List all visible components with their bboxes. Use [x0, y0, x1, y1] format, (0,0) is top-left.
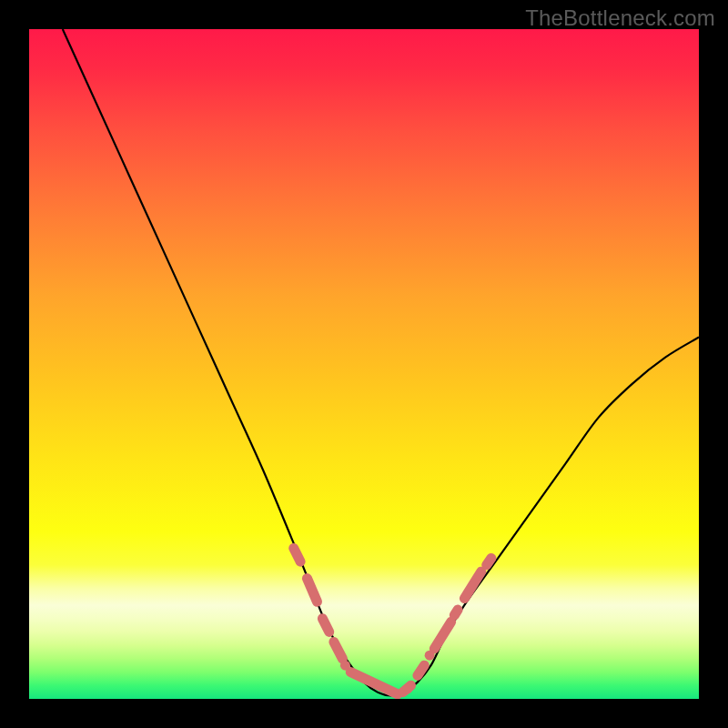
fit-segment	[322, 619, 329, 632]
bottleneck-curve	[63, 29, 699, 695]
fit-segment	[307, 579, 317, 602]
curve-layer	[29, 29, 699, 699]
fit-segment	[454, 610, 458, 615]
fit-segment	[464, 571, 480, 598]
fit-segment	[334, 642, 343, 658]
fit-markers	[294, 548, 491, 693]
fit-dot	[425, 651, 435, 661]
fit-segment	[418, 665, 424, 675]
fit-dot	[340, 661, 350, 671]
watermark-text: TheBottleneck.com	[525, 5, 715, 31]
fit-segment	[434, 622, 450, 648]
chart-frame: TheBottleneck.com	[0, 0, 728, 728]
fit-segment	[487, 558, 491, 564]
fit-dot	[402, 683, 412, 693]
fit-segment	[294, 548, 300, 561]
plot-area	[29, 29, 699, 699]
